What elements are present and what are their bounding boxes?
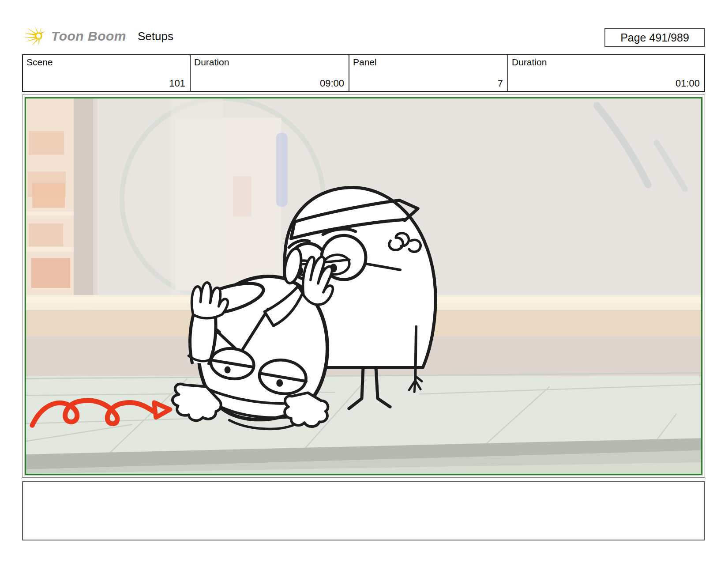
toonboom-logo: Toon Boom Setups xyxy=(22,24,173,49)
caption-box xyxy=(22,481,705,540)
scene-value: 101 xyxy=(169,78,185,89)
storyboard-export-page: Toon Boom Setups Page 491/989 Scene 101 … xyxy=(0,0,728,563)
shot-info-row: Scene 101 Duration 09:00 Panel 7 Duratio… xyxy=(22,54,705,92)
panel-label: Panel xyxy=(353,57,377,68)
page-indicator: Page 491/989 xyxy=(604,28,705,47)
panel-value: 7 xyxy=(498,78,503,89)
scene-duration-label: Duration xyxy=(194,57,229,68)
page-header: Toon Boom Setups Page 491/989 xyxy=(22,24,705,49)
panel-duration-label: Duration xyxy=(512,57,547,68)
toonboom-starburst-icon xyxy=(22,24,47,49)
brand-text: Toon Boom xyxy=(51,29,126,44)
panel-duration-value: 01:00 xyxy=(675,78,700,89)
camera-frame xyxy=(25,97,702,475)
panel-cell-info: Panel 7 xyxy=(349,55,508,91)
panel-duration-cell: Duration 01:00 xyxy=(508,55,704,91)
storyboard-panel xyxy=(22,94,705,478)
scene-duration-value: 09:00 xyxy=(320,78,344,89)
scene-cell: Scene 101 xyxy=(23,55,191,91)
storyboard-artwork xyxy=(26,98,701,474)
scene-duration-cell: Duration 09:00 xyxy=(191,55,349,91)
section-title: Setups xyxy=(138,30,173,43)
scene-label: Scene xyxy=(26,57,53,68)
